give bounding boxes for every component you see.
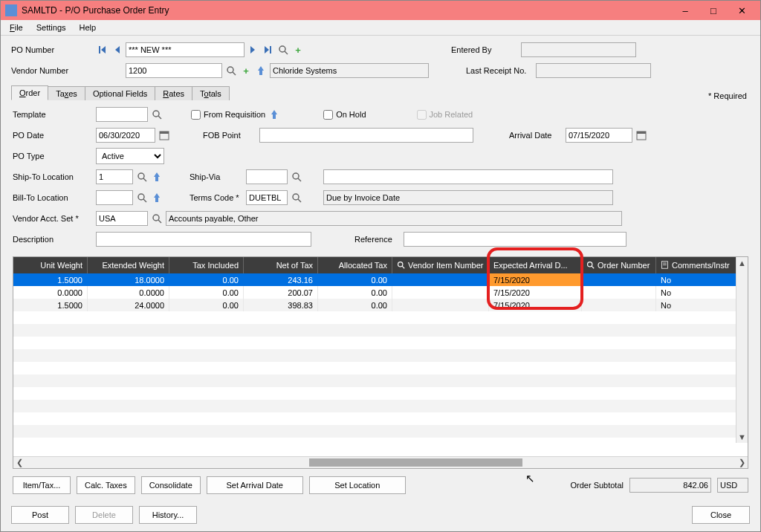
table-row[interactable]: 1.5000 24.0000 0.00 398.83 0.00 7/15/202… <box>13 299 748 311</box>
col-net-of-tax[interactable]: Net of Tax <box>244 257 318 273</box>
svg-line-15 <box>143 199 146 202</box>
tab-optional-fields[interactable]: Optional Fields <box>85 86 155 100</box>
nav-last-icon[interactable] <box>262 44 274 56</box>
po-number-finder-icon[interactable] <box>277 44 289 56</box>
shipvia-input[interactable] <box>246 169 288 184</box>
consolidate-button[interactable]: Consolidate <box>141 476 201 494</box>
fob-point-input[interactable] <box>259 128 473 143</box>
col-order-number[interactable]: Order Number <box>582 257 656 273</box>
window-title: SAMLTD - P/O Purchase Order Entry <box>22 5 671 16</box>
po-number-label: PO Number <box>11 45 93 54</box>
po-date-label: PO Date <box>13 131 93 140</box>
scroll-up-icon[interactable]: ▲ <box>736 257 748 269</box>
shipvia-label: Ship-Via <box>190 172 243 181</box>
scroll-thumb[interactable] <box>309 458 522 467</box>
svg-rect-7 <box>160 132 169 134</box>
template-finder-icon[interactable] <box>151 108 163 120</box>
shipvia-finder-icon[interactable] <box>291 171 302 183</box>
close-window-button[interactable]: ✕ <box>728 2 756 19</box>
expected-arrival-cell[interactable]: 7/15/2020 <box>489 273 582 286</box>
close-button[interactable]: Close <box>692 506 750 524</box>
scroll-down-icon[interactable]: ▼ <box>736 431 748 443</box>
delete-button: Delete <box>75 506 133 524</box>
col-tax-included[interactable]: Tax Included <box>169 257 244 273</box>
col-expected-arrival[interactable]: Expected Arrival D... <box>489 257 582 273</box>
order-tab-page: Template From Requisition On Hold <box>11 100 750 496</box>
vendor-acct-finder-icon[interactable] <box>151 213 163 224</box>
shipto-input[interactable] <box>96 169 133 184</box>
tab-taxes[interactable]: Taxes <box>48 86 85 100</box>
app-icon <box>5 4 17 16</box>
scroll-left-icon[interactable]: ❮ <box>13 458 25 467</box>
line-items-grid[interactable]: Unit Weight Extended Weight Tax Included… <box>13 256 748 469</box>
item-tax-button[interactable]: Item/Tax... <box>13 476 71 494</box>
tab-rates[interactable]: Rates <box>155 86 192 100</box>
vendor-number-label: Vendor Number <box>11 66 93 75</box>
col-comments[interactable]: Comments/Instr <box>656 257 748 273</box>
nav-first-icon[interactable] <box>96 44 108 56</box>
table-row[interactable]: 0.0000 0.0000 0.00 200.07 0.00 7/15/2020… <box>13 286 748 299</box>
vendor-number-input[interactable] <box>126 63 222 78</box>
col-extended-weight[interactable]: Extended Weight <box>88 257 169 273</box>
app-window: SAMLTD - P/O Purchase Order Entry – □ ✕ … <box>0 0 761 532</box>
svg-line-1 <box>285 51 288 54</box>
nav-next-icon[interactable] <box>247 44 259 56</box>
col-unit-weight[interactable]: Unit Weight <box>13 257 88 273</box>
po-date-calendar-icon[interactable] <box>158 129 170 141</box>
tab-totals[interactable]: Totals <box>192 86 230 100</box>
shipto-finder-icon[interactable] <box>136 171 148 183</box>
from-requisition-checkbox[interactable]: From Requisition <box>191 110 265 120</box>
table-row[interactable]: 1.5000 18.0000 0.00 243.16 0.00 7/15/202… <box>13 273 748 286</box>
billto-drill-icon[interactable] <box>151 192 163 204</box>
template-label: Template <box>13 110 93 119</box>
billto-finder-icon[interactable] <box>136 192 148 204</box>
arrival-date-calendar-icon[interactable] <box>635 129 647 141</box>
reference-input[interactable] <box>404 232 626 247</box>
set-location-button[interactable]: Set Location <box>309 476 406 494</box>
vendor-finder-icon[interactable] <box>225 65 237 77</box>
calc-taxes-button[interactable]: Calc. Taxes <box>77 476 135 494</box>
terms-desc <box>323 190 613 205</box>
title-bar: SAMLTD - P/O Purchase Order Entry – □ ✕ <box>1 1 760 20</box>
tab-order[interactable]: Order <box>11 85 48 100</box>
template-input[interactable] <box>96 107 148 122</box>
scroll-right-icon[interactable]: ❯ <box>736 458 748 467</box>
svg-point-22 <box>588 262 592 266</box>
vendor-drill-icon[interactable] <box>255 65 267 77</box>
svg-line-13 <box>298 178 301 181</box>
svg-point-14 <box>138 194 144 200</box>
billto-input[interactable] <box>96 190 133 205</box>
minimize-button[interactable]: – <box>671 2 699 19</box>
menu-file[interactable]: File <box>4 22 29 33</box>
nav-prev-icon[interactable] <box>111 44 123 56</box>
on-hold-checkbox[interactable]: On Hold <box>323 110 366 120</box>
description-input[interactable] <box>96 232 311 247</box>
svg-line-23 <box>592 266 594 268</box>
vertical-scrollbar[interactable]: ▲ ▼ <box>736 257 748 443</box>
po-number-new-icon[interactable]: + <box>292 44 304 56</box>
maximize-button[interactable]: □ <box>699 2 728 19</box>
terms-finder-icon[interactable] <box>291 192 302 204</box>
col-allocated-tax[interactable]: Allocated Tax <box>318 257 392 273</box>
svg-point-4 <box>153 111 159 117</box>
post-button[interactable]: Post <box>11 506 69 524</box>
col-vendor-item[interactable]: Vendor Item Number <box>392 257 489 273</box>
horizontal-scrollbar[interactable]: ❮ ❯ <box>13 456 748 468</box>
po-date-input[interactable] <box>96 128 155 143</box>
menu-help[interactable]: Help <box>74 22 103 33</box>
svg-point-16 <box>293 194 299 200</box>
terms-input[interactable] <box>246 190 288 205</box>
shipto-drill-icon[interactable] <box>151 171 163 183</box>
menu-settings[interactable]: Settings <box>30 22 72 33</box>
vendor-acct-input[interactable] <box>96 211 148 226</box>
shipvia-desc[interactable] <box>323 169 613 184</box>
vendor-new-icon[interactable]: + <box>240 65 252 77</box>
set-arrival-button[interactable]: Set Arrival Date <box>207 476 303 494</box>
po-number-input[interactable] <box>126 42 245 57</box>
grid-body[interactable]: 1.5000 18.0000 0.00 243.16 0.00 7/15/202… <box>13 273 748 456</box>
menu-bar: File Settings Help <box>1 20 760 36</box>
from-requisition-drill-icon[interactable] <box>268 108 280 120</box>
history-button[interactable]: History... <box>139 506 197 524</box>
arrival-date-input[interactable] <box>566 128 632 143</box>
po-type-select[interactable]: Active <box>96 148 164 164</box>
